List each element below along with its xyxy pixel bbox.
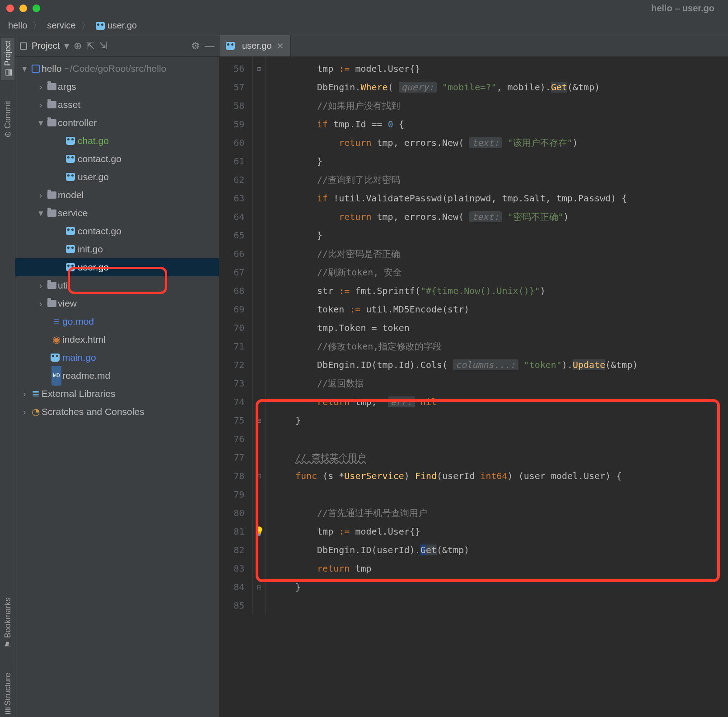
folder-icon: [47, 191, 56, 199]
traffic-lights: [6, 5, 40, 12]
window-title: hello – user.go: [0, 3, 728, 14]
target-icon[interactable]: ⊕: [74, 40, 82, 52]
go-file-icon: [51, 354, 60, 362]
gutter-icons: ⊟⊟⊟💡⊟: [253, 57, 265, 615]
folder-icon: [47, 101, 56, 108]
tree-folder-asset[interactable]: ›asset: [15, 96, 219, 114]
tree-file-service-user[interactable]: user.go: [15, 258, 219, 276]
folder-icon: [47, 282, 56, 289]
sidebar-title[interactable]: Project: [32, 41, 60, 51]
minimize-window-button[interactable]: [19, 5, 27, 12]
structure-icon: ≣: [4, 706, 11, 716]
tree-project-root[interactable]: ▾ hello ~/Code/goRoot/src/hello: [15, 60, 219, 78]
go-file-icon: [226, 42, 235, 50]
folder-icon: [47, 83, 56, 90]
chevron-right-icon: 〉: [81, 19, 90, 32]
tool-tab-bookmarks[interactable]: ⚑Bookmarks: [1, 595, 14, 652]
tree-folder-service[interactable]: ▾service: [15, 204, 219, 222]
tree-folder-args[interactable]: ›args: [15, 78, 219, 96]
tree-folder-util[interactable]: ›util: [15, 276, 219, 294]
tool-tab-project[interactable]: ▤Project: [1, 38, 14, 80]
tree-file-service-init[interactable]: init.go: [15, 240, 219, 258]
commit-icon: ⊝: [4, 129, 11, 139]
tree-file-controller-chat[interactable]: chat.go: [15, 132, 219, 150]
folder-icon: [47, 210, 56, 217]
go-file-icon: [66, 173, 75, 181]
chevron-right-icon: 〉: [33, 19, 42, 32]
folder-icon: [47, 300, 56, 307]
project-tool-window: Project ▾ ⊕ ⇱ ⇲ ⚙ — ▾ hello ~/Code/goRoo…: [15, 35, 219, 717]
editor-tabs: user.go ✕: [219, 35, 728, 57]
expand-icon[interactable]: ⇱: [86, 40, 94, 52]
folder-icon: [47, 119, 56, 126]
tree-scratches[interactable]: ›◔Scratches and Consoles: [15, 403, 219, 421]
tree-file-controller-contact[interactable]: contact.go: [15, 150, 219, 168]
tool-tab-commit[interactable]: ⊝Commit: [1, 98, 14, 140]
breadcrumb-project[interactable]: hello: [8, 20, 27, 31]
tree-file-index[interactable]: ◉index.html: [15, 331, 219, 349]
tree-file-main[interactable]: main.go: [15, 349, 219, 367]
tree-file-readme[interactable]: MDreadme.md: [15, 367, 219, 385]
tree-external-libraries[interactable]: ›𝌆External Libraries: [15, 385, 219, 403]
go-file-icon: [66, 227, 75, 235]
breadcrumb: hello 〉 service 〉 user.go: [0, 16, 728, 35]
breadcrumb-package[interactable]: service: [47, 20, 75, 31]
tree-folder-model[interactable]: ›model: [15, 186, 219, 204]
html-file-icon: ◉: [51, 331, 62, 349]
folder-icon: ▤: [3, 68, 12, 78]
tool-tab-structure[interactable]: ≣Structure: [1, 670, 14, 717]
go-file-icon: [66, 245, 75, 253]
hide-icon[interactable]: —: [205, 40, 215, 52]
editor-area: user.go ✕ 565758596061626364656667686970…: [219, 35, 728, 717]
go-file-icon: [96, 22, 105, 30]
editor-tab-label: user.go: [242, 41, 272, 51]
gear-icon[interactable]: ⚙: [191, 40, 200, 52]
go-file-icon: [66, 155, 75, 163]
tree-file-gomod[interactable]: ≡go.mod: [15, 312, 219, 331]
line-number-gutter: 5657585960616263646566676869707172737475…: [219, 57, 253, 615]
scratches-icon: ◔: [30, 403, 42, 421]
project-tree[interactable]: ▾ hello ~/Code/goRoot/src/hello ›args ›a…: [15, 57, 219, 424]
collapse-icon[interactable]: ⇲: [99, 40, 107, 52]
breadcrumb-file[interactable]: user.go: [96, 20, 137, 31]
source-text[interactable]: tmp := model.User{} DbEngin.Where( query…: [266, 57, 728, 615]
code-editor[interactable]: 5657585960616263646566676869707172737475…: [219, 57, 728, 717]
tree-file-service-contact[interactable]: contact.go: [15, 222, 219, 240]
close-window-button[interactable]: [6, 5, 14, 12]
intention-bulb-icon[interactable]: 💡: [253, 522, 265, 541]
markdown-file-icon: MD: [51, 366, 61, 386]
library-icon: 𝌆: [30, 385, 42, 403]
project-view-icon: [20, 42, 27, 50]
close-tab-icon[interactable]: ✕: [276, 41, 284, 51]
sidebar-header: Project ▾ ⊕ ⇱ ⇲ ⚙ —: [15, 35, 219, 57]
title-bar: hello – user.go: [0, 0, 728, 16]
tree-folder-view[interactable]: ›view: [15, 294, 219, 312]
left-tool-strip: ▤Project ⊝Commit ⚑Bookmarks ≣Structure: [0, 35, 15, 717]
maximize-window-button[interactable]: [33, 5, 40, 12]
bookmark-icon: ⚑: [3, 639, 12, 649]
go-file-icon: [66, 137, 75, 145]
go-file-icon: [66, 263, 75, 271]
editor-tab-user-go[interactable]: user.go ✕: [219, 35, 291, 56]
module-icon: [32, 65, 40, 73]
dropdown-icon[interactable]: ▾: [64, 40, 69, 52]
tree-folder-controller[interactable]: ▾controller: [15, 114, 219, 132]
tree-file-controller-user[interactable]: user.go: [15, 168, 219, 186]
